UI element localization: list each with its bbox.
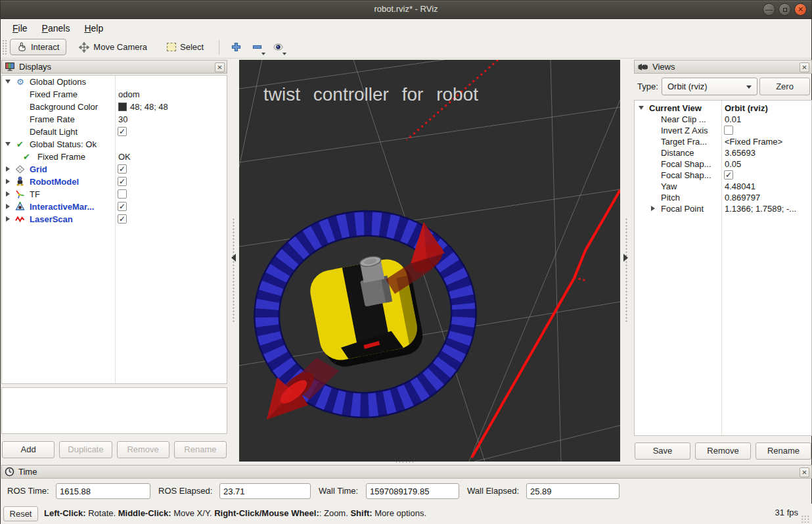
plus-icon (231, 42, 241, 52)
tree-row-focal-shape-fixed[interactable]: Focal Shap... (635, 170, 811, 181)
ros-time-label: ROS Time: (7, 483, 49, 499)
titlebar[interactable]: robot.rviz* - RViz — ✕ (1, 1, 811, 19)
checkbox-checked[interactable] (118, 214, 127, 224)
toolbar-separator (219, 40, 219, 55)
time-close-icon[interactable]: ✕ (800, 467, 809, 477)
tree-row-global-status[interactable]: ✔ Global Status: Ok (2, 138, 227, 151)
zoom-in-button[interactable] (227, 39, 244, 56)
interactive-marker-icon (15, 201, 25, 212)
rename-display-button[interactable]: Rename (174, 441, 227, 458)
tree-row-status-fixed-frame[interactable]: ✔ Fixed Frame OK (2, 151, 227, 163)
expander-expanded-icon[interactable] (5, 142, 11, 146)
wall-time-input[interactable] (366, 483, 459, 499)
duplicate-display-button[interactable]: Duplicate (59, 441, 112, 458)
tree-row-frame-rate[interactable]: Frame Rate 30 (2, 113, 227, 126)
wall-elapsed-input[interactable] (526, 483, 620, 499)
remove-view-button[interactable]: Remove (695, 442, 751, 460)
minimize-button[interactable]: — (763, 3, 775, 16)
add-display-button[interactable]: Add (2, 441, 55, 458)
expander-collapsed-icon[interactable] (6, 191, 10, 197)
tree-row-background-color[interactable]: Background Color 48; 48; 48 (2, 101, 227, 113)
collapse-right-icon[interactable] (623, 254, 628, 262)
mouse-help-text: Left-Click: Rotate. Middle-Click: Move X… (44, 508, 426, 518)
move-arrows-icon (79, 42, 89, 53)
tree-row-robotmodel[interactable]: RobotModel (2, 176, 227, 188)
left-splitter[interactable] (228, 60, 239, 463)
checkbox-checked[interactable] (118, 164, 127, 174)
tree-row-grid[interactable]: Grid (2, 163, 227, 176)
checkbox-unchecked[interactable] (118, 189, 127, 199)
rename-view-button[interactable]: Rename (756, 442, 811, 460)
expander-collapsed-icon[interactable] (6, 179, 10, 184)
resize-grip[interactable] (801, 515, 810, 523)
menu-panels[interactable]: Panels (35, 21, 77, 36)
collapse-left-icon[interactable] (231, 254, 236, 262)
tree-row-distance[interactable]: Distance 3.65693 (635, 147, 811, 158)
toolbar-drag-handle[interactable] (2, 39, 8, 55)
ros-elapsed-input[interactable] (219, 483, 311, 499)
tree-row-default-light[interactable]: Default Light (2, 126, 227, 138)
overlay-text: twist controller for robot (263, 84, 478, 105)
tree-row-global-options[interactable]: ⚙ Global Options (2, 76, 227, 88)
expander-collapsed-icon[interactable] (6, 216, 10, 222)
views-close-icon[interactable]: ✕ (800, 62, 809, 72)
displays-panel-header[interactable]: Displays ✕ (1, 60, 227, 74)
view-type-dropdown[interactable]: Orbit (rviz) (662, 78, 757, 95)
tree-row-interactivemarkers[interactable]: InteractiveMar... (2, 201, 227, 213)
save-view-button[interactable]: Save (635, 442, 690, 460)
type-label: Type: (637, 82, 658, 91)
time-panel-header[interactable]: Time ✕ (1, 465, 812, 479)
tree-row-focal-point[interactable]: Focal Point 1.1366; 1.7589; -... (635, 203, 811, 214)
checkbox-checked[interactable] (724, 170, 733, 179)
checkbox-checked[interactable] (118, 127, 127, 136)
right-splitter[interactable] (621, 60, 632, 463)
tree-row-near-clip[interactable]: Near Clip ... 0.01 (635, 114, 811, 125)
view-type-value: Orbit (rviz) (667, 82, 708, 91)
displays-close-icon[interactable]: ✕ (215, 62, 225, 72)
laser-scan-icon (15, 214, 25, 224)
focus-eye-icon (273, 42, 284, 52)
checkbox-checked[interactable] (118, 202, 127, 211)
expander-expanded-icon[interactable] (639, 106, 644, 110)
maximize-icon (783, 8, 787, 12)
tree-row-fixed-frame[interactable]: Fixed Frame odom (2, 88, 227, 101)
reset-button[interactable]: Reset (3, 506, 38, 521)
tree-row-yaw[interactable]: Yaw 4.48041 (635, 181, 811, 192)
statusbar: Reset Left-Click: Rotate. Middle-Click: … (1, 504, 812, 524)
focus-camera-button[interactable] (269, 39, 286, 56)
ros-time-input[interactable] (56, 483, 150, 499)
check-icon: ✔ (16, 139, 24, 149)
checkbox-unchecked[interactable] (724, 126, 733, 135)
expander-collapsed-icon[interactable] (6, 204, 10, 209)
menu-file[interactable]: File (6, 21, 34, 36)
tree-row-tf[interactable]: TF (2, 188, 227, 201)
views-tree: Current View Orbit (rviz) Near Clip ... … (634, 100, 812, 436)
select-tool-button[interactable]: Select (160, 39, 211, 55)
expander-expanded-icon[interactable] (5, 80, 11, 83)
tree-row-laserscan[interactable]: LaserScan (2, 213, 227, 226)
close-button[interactable]: ✕ (794, 3, 807, 16)
move-camera-label: Move Camera (93, 42, 147, 52)
tree-row-invert-z[interactable]: Invert Z Axis (635, 125, 811, 136)
tree-row-target-frame[interactable]: Target Fra... <Fixed Frame> (635, 136, 811, 147)
displays-panel: Displays ✕ ⚙ Global Options Fixed Frame … (1, 60, 228, 464)
zero-button[interactable]: Zero (759, 78, 810, 95)
checkbox-checked[interactable] (118, 177, 127, 186)
interact-tool-button[interactable]: Interact (10, 39, 66, 55)
zoom-out-button[interactable] (248, 39, 265, 56)
move-camera-tool-button[interactable]: Move Camera (72, 39, 154, 56)
horizontal-splitter-grip[interactable] (395, 461, 415, 464)
maximize-button[interactable] (778, 3, 791, 16)
views-panel-header[interactable]: Views ✕ (634, 60, 812, 74)
tree-row-pitch[interactable]: Pitch 0.869797 (635, 192, 811, 203)
expander-collapsed-icon[interactable] (651, 206, 655, 211)
3d-scene: twist controller for robot (239, 60, 620, 462)
expander-collapsed-icon[interactable] (6, 166, 10, 172)
time-panel: Time ✕ ROS Time: ROS Elapsed: Wall Time:… (1, 465, 812, 504)
tree-row-focal-shape-size[interactable]: Focal Shap... 0.05 (635, 158, 811, 170)
remove-display-button[interactable]: Remove (117, 441, 169, 458)
menu-help[interactable]: Help (78, 21, 110, 36)
3d-viewport[interactable]: twist controller for robot (239, 60, 620, 462)
tree-row-current-view[interactable]: Current View Orbit (rviz) (635, 103, 811, 114)
displays-tree: ⚙ Global Options Fixed Frame odom Backgr… (1, 75, 227, 384)
